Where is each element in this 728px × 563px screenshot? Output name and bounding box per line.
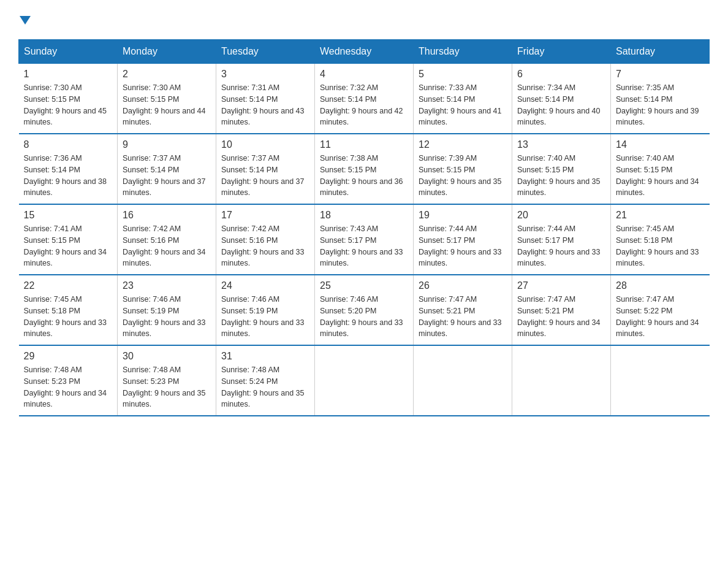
calendar-cell: 8 Sunrise: 7:36 AM Sunset: 5:14 PM Dayli… bbox=[19, 134, 118, 204]
calendar-week-row: 15 Sunrise: 7:41 AM Sunset: 5:15 PM Dayl… bbox=[19, 204, 710, 275]
day-number: 13 bbox=[517, 139, 605, 150]
calendar-cell: 5 Sunrise: 7:33 AM Sunset: 5:14 PM Dayli… bbox=[414, 64, 512, 134]
day-number: 6 bbox=[517, 69, 605, 80]
day-number: 25 bbox=[320, 280, 408, 291]
calendar-header-row: SundayMondayTuesdayWednesdayThursdayFrid… bbox=[19, 40, 710, 64]
day-info: Sunrise: 7:47 AM Sunset: 5:21 PM Dayligh… bbox=[419, 294, 507, 340]
day-info: Sunrise: 7:47 AM Sunset: 5:21 PM Dayligh… bbox=[517, 294, 605, 340]
day-number: 19 bbox=[419, 210, 507, 221]
calendar-cell: 13 Sunrise: 7:40 AM Sunset: 5:15 PM Dayl… bbox=[512, 134, 611, 204]
calendar-cell: 24 Sunrise: 7:46 AM Sunset: 5:19 PM Dayl… bbox=[216, 275, 315, 345]
day-number: 9 bbox=[123, 139, 211, 150]
calendar-cell: 27 Sunrise: 7:47 AM Sunset: 5:21 PM Dayl… bbox=[512, 275, 611, 345]
calendar-cell bbox=[611, 345, 710, 416]
day-info: Sunrise: 7:45 AM Sunset: 5:18 PM Dayligh… bbox=[24, 294, 113, 340]
day-info: Sunrise: 7:42 AM Sunset: 5:16 PM Dayligh… bbox=[123, 223, 211, 269]
calendar-cell: 20 Sunrise: 7:44 AM Sunset: 5:17 PM Dayl… bbox=[512, 204, 611, 275]
day-number: 28 bbox=[616, 280, 705, 291]
calendar-cell: 3 Sunrise: 7:31 AM Sunset: 5:14 PM Dayli… bbox=[216, 64, 315, 134]
day-info: Sunrise: 7:33 AM Sunset: 5:14 PM Dayligh… bbox=[419, 82, 507, 128]
day-number: 4 bbox=[320, 69, 408, 80]
calendar-week-row: 22 Sunrise: 7:45 AM Sunset: 5:18 PM Dayl… bbox=[19, 275, 710, 345]
day-info: Sunrise: 7:37 AM Sunset: 5:14 PM Dayligh… bbox=[221, 153, 309, 199]
calendar-cell: 28 Sunrise: 7:47 AM Sunset: 5:22 PM Dayl… bbox=[611, 275, 710, 345]
day-info: Sunrise: 7:34 AM Sunset: 5:14 PM Dayligh… bbox=[517, 82, 605, 128]
calendar-cell: 17 Sunrise: 7:42 AM Sunset: 5:16 PM Dayl… bbox=[216, 204, 315, 275]
logo-triangle-icon bbox=[20, 16, 31, 25]
day-number: 10 bbox=[221, 139, 309, 150]
day-number: 14 bbox=[616, 139, 705, 150]
day-info: Sunrise: 7:40 AM Sunset: 5:15 PM Dayligh… bbox=[616, 153, 705, 199]
day-info: Sunrise: 7:48 AM Sunset: 5:23 PM Dayligh… bbox=[24, 364, 113, 410]
column-header-tuesday: Tuesday bbox=[216, 40, 315, 64]
day-info: Sunrise: 7:45 AM Sunset: 5:18 PM Dayligh… bbox=[616, 223, 705, 269]
calendar-cell: 9 Sunrise: 7:37 AM Sunset: 5:14 PM Dayli… bbox=[118, 134, 216, 204]
day-info: Sunrise: 7:48 AM Sunset: 5:24 PM Dayligh… bbox=[221, 364, 309, 410]
day-info: Sunrise: 7:46 AM Sunset: 5:19 PM Dayligh… bbox=[123, 294, 211, 340]
page-header bbox=[18, 12, 710, 27]
column-header-sunday: Sunday bbox=[19, 40, 118, 64]
calendar-week-row: 29 Sunrise: 7:48 AM Sunset: 5:23 PM Dayl… bbox=[19, 345, 710, 416]
calendar-cell bbox=[315, 345, 414, 416]
day-number: 17 bbox=[221, 210, 309, 221]
calendar-cell: 6 Sunrise: 7:34 AM Sunset: 5:14 PM Dayli… bbox=[512, 64, 611, 134]
day-info: Sunrise: 7:44 AM Sunset: 5:17 PM Dayligh… bbox=[419, 223, 507, 269]
calendar-cell: 1 Sunrise: 7:30 AM Sunset: 5:15 PM Dayli… bbox=[19, 64, 118, 134]
calendar-cell: 26 Sunrise: 7:47 AM Sunset: 5:21 PM Dayl… bbox=[414, 275, 512, 345]
day-number: 23 bbox=[123, 280, 211, 291]
calendar-week-row: 8 Sunrise: 7:36 AM Sunset: 5:14 PM Dayli… bbox=[19, 134, 710, 204]
logo bbox=[18, 12, 31, 27]
calendar-cell: 22 Sunrise: 7:45 AM Sunset: 5:18 PM Dayl… bbox=[19, 275, 118, 345]
day-number: 24 bbox=[221, 280, 309, 291]
day-number: 22 bbox=[24, 280, 113, 291]
day-info: Sunrise: 7:48 AM Sunset: 5:23 PM Dayligh… bbox=[123, 364, 211, 410]
day-number: 15 bbox=[24, 210, 113, 221]
calendar-cell: 7 Sunrise: 7:35 AM Sunset: 5:14 PM Dayli… bbox=[611, 64, 710, 134]
day-number: 30 bbox=[123, 351, 211, 362]
day-number: 26 bbox=[419, 280, 507, 291]
day-info: Sunrise: 7:44 AM Sunset: 5:17 PM Dayligh… bbox=[517, 223, 605, 269]
calendar-cell: 18 Sunrise: 7:43 AM Sunset: 5:17 PM Dayl… bbox=[315, 204, 414, 275]
day-number: 7 bbox=[616, 69, 705, 80]
day-info: Sunrise: 7:42 AM Sunset: 5:16 PM Dayligh… bbox=[221, 223, 309, 269]
calendar-cell: 23 Sunrise: 7:46 AM Sunset: 5:19 PM Dayl… bbox=[118, 275, 216, 345]
calendar-cell: 12 Sunrise: 7:39 AM Sunset: 5:15 PM Dayl… bbox=[414, 134, 512, 204]
calendar-cell: 16 Sunrise: 7:42 AM Sunset: 5:16 PM Dayl… bbox=[118, 204, 216, 275]
day-number: 12 bbox=[419, 139, 507, 150]
calendar-cell: 21 Sunrise: 7:45 AM Sunset: 5:18 PM Dayl… bbox=[611, 204, 710, 275]
column-header-saturday: Saturday bbox=[611, 40, 710, 64]
day-info: Sunrise: 7:30 AM Sunset: 5:15 PM Dayligh… bbox=[24, 82, 113, 128]
calendar-cell: 11 Sunrise: 7:38 AM Sunset: 5:15 PM Dayl… bbox=[315, 134, 414, 204]
day-info: Sunrise: 7:35 AM Sunset: 5:14 PM Dayligh… bbox=[616, 82, 705, 128]
day-info: Sunrise: 7:37 AM Sunset: 5:14 PM Dayligh… bbox=[123, 153, 211, 199]
column-header-friday: Friday bbox=[512, 40, 611, 64]
day-number: 18 bbox=[320, 210, 408, 221]
day-info: Sunrise: 7:40 AM Sunset: 5:15 PM Dayligh… bbox=[517, 153, 605, 199]
calendar-cell bbox=[512, 345, 611, 416]
calendar-cell bbox=[414, 345, 512, 416]
day-info: Sunrise: 7:32 AM Sunset: 5:14 PM Dayligh… bbox=[320, 82, 408, 128]
day-number: 20 bbox=[517, 210, 605, 221]
calendar-cell: 19 Sunrise: 7:44 AM Sunset: 5:17 PM Dayl… bbox=[414, 204, 512, 275]
column-header-thursday: Thursday bbox=[414, 40, 512, 64]
day-number: 31 bbox=[221, 351, 309, 362]
calendar-cell: 30 Sunrise: 7:48 AM Sunset: 5:23 PM Dayl… bbox=[118, 345, 216, 416]
day-info: Sunrise: 7:41 AM Sunset: 5:15 PM Dayligh… bbox=[24, 223, 113, 269]
calendar-table: SundayMondayTuesdayWednesdayThursdayFrid… bbox=[18, 39, 710, 416]
day-info: Sunrise: 7:43 AM Sunset: 5:17 PM Dayligh… bbox=[320, 223, 408, 269]
day-info: Sunrise: 7:46 AM Sunset: 5:19 PM Dayligh… bbox=[221, 294, 309, 340]
day-info: Sunrise: 7:47 AM Sunset: 5:22 PM Dayligh… bbox=[616, 294, 705, 340]
day-number: 8 bbox=[24, 139, 113, 150]
day-info: Sunrise: 7:31 AM Sunset: 5:14 PM Dayligh… bbox=[221, 82, 309, 128]
day-info: Sunrise: 7:38 AM Sunset: 5:15 PM Dayligh… bbox=[320, 153, 408, 199]
day-info: Sunrise: 7:46 AM Sunset: 5:20 PM Dayligh… bbox=[320, 294, 408, 340]
day-info: Sunrise: 7:30 AM Sunset: 5:15 PM Dayligh… bbox=[123, 82, 211, 128]
day-info: Sunrise: 7:39 AM Sunset: 5:15 PM Dayligh… bbox=[419, 153, 507, 199]
day-number: 11 bbox=[320, 139, 408, 150]
calendar-cell: 14 Sunrise: 7:40 AM Sunset: 5:15 PM Dayl… bbox=[611, 134, 710, 204]
day-info: Sunrise: 7:36 AM Sunset: 5:14 PM Dayligh… bbox=[24, 153, 113, 199]
day-number: 27 bbox=[517, 280, 605, 291]
day-number: 29 bbox=[24, 351, 113, 362]
calendar-cell: 15 Sunrise: 7:41 AM Sunset: 5:15 PM Dayl… bbox=[19, 204, 118, 275]
calendar-cell: 31 Sunrise: 7:48 AM Sunset: 5:24 PM Dayl… bbox=[216, 345, 315, 416]
